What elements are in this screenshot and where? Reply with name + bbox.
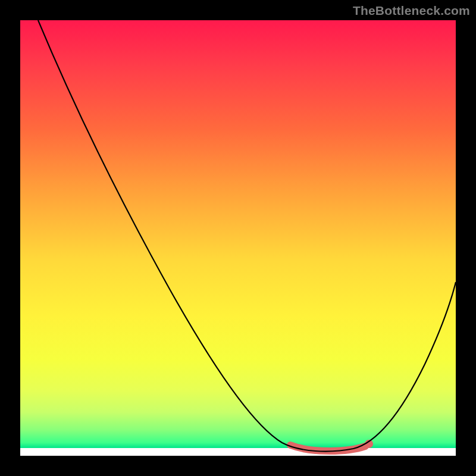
watermark-text: TheBottleneck.com: [353, 4, 470, 18]
curve-layer: [20, 20, 456, 456]
chart-container: TheBottleneck.com: [0, 0, 476, 476]
optimum-marker: [365, 440, 373, 448]
plot-area: [20, 20, 456, 456]
optimum-band: [290, 445, 365, 451]
bottleneck-curve: [38, 20, 456, 452]
